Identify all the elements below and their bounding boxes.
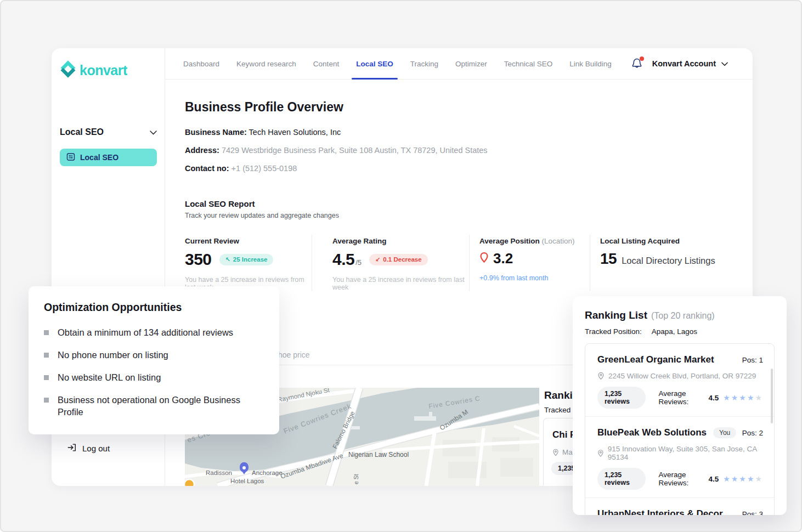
stat-average-rating: Average Rating 4.5 /5 ↙ 0.1 Decrease You… xyxy=(312,235,469,291)
optimization-item-text: No website URL on listing xyxy=(58,372,161,384)
page-title: Business Profile Overview xyxy=(185,100,343,115)
sidebar-section-local-seo[interactable]: Local SEO xyxy=(60,127,157,137)
square-bullet-icon xyxy=(44,353,49,358)
decrease-badge: ↙ 0.1 Decrease xyxy=(369,254,428,265)
stat-caption: You have a 25 increase in reviews from l… xyxy=(332,276,469,291)
account-menu[interactable]: Konvart Account xyxy=(652,59,728,68)
nav-right-cluster: Konvart Account xyxy=(631,58,753,70)
stat-label: Local Listing Acquired xyxy=(600,237,749,245)
account-label: Konvart Account xyxy=(652,59,716,68)
report-subtitle: Track your review updates and aggregate … xyxy=(185,212,339,219)
position-badge: Pos: 3 xyxy=(742,510,763,516)
tracked-position-row: Tracked Position: Apapa, Lagos xyxy=(585,327,775,336)
stat-label: Current Review xyxy=(185,237,312,245)
notifications-button[interactable] xyxy=(631,58,643,70)
stat-current-review: Current Review 350 ↖ 25 Increase You hav… xyxy=(185,235,312,291)
business-name: GreenLeaf Organic Market xyxy=(597,354,714,365)
star-rating: ★★★★★ xyxy=(723,393,763,402)
business-name-label: Business Name: xyxy=(185,128,247,137)
star-icon: ★ xyxy=(739,474,747,483)
ranking-title-suffix: (Top 20 ranking) xyxy=(651,311,715,321)
optimization-item-text: Business not operational on Google Busin… xyxy=(58,394,263,418)
map-pin-icon xyxy=(597,449,604,457)
list-item: Obtain a minimum of 134 additional revie… xyxy=(44,327,263,339)
scrollbar-thumb[interactable] xyxy=(771,369,773,423)
business-address: 2245 Willow Creek Blvd, Portland, OR 972… xyxy=(608,372,756,380)
tab-dashboard[interactable]: Dashboard xyxy=(183,48,219,80)
tab-tracking[interactable]: Tracking xyxy=(410,48,438,80)
star-icon: ★ xyxy=(739,393,747,402)
star-icon: ★ xyxy=(755,393,763,402)
badge-text: 0.1 Decrease xyxy=(383,256,421,263)
map-pin-icon xyxy=(552,449,559,456)
position-badge: Pos: 2 xyxy=(742,429,763,437)
tracked-position-label: Tracked Position: xyxy=(585,327,642,336)
brand-wordmark: konvart xyxy=(80,63,127,78)
logout-button[interactable]: Log out xyxy=(67,443,110,454)
business-address: 915 Innovation Way, Suite 305, San Jose,… xyxy=(608,445,763,461)
address-value: 7429 Westbridge Business Park, Suite 108… xyxy=(222,146,488,155)
optimization-item-text: No phone number on listing xyxy=(58,349,168,361)
page-background: konvart Local SEO Lo xyxy=(0,0,802,532)
arrow-up-left-icon: ↖ xyxy=(225,256,230,263)
optimization-title: Optimization Opportunities xyxy=(44,301,263,314)
optimization-list: Obtain a minimum of 134 additional revie… xyxy=(44,327,263,418)
ranking-item-2[interactable]: BluePeak Web Solutions You Pos: 2 915 In… xyxy=(585,416,774,497)
you-badge: You xyxy=(713,427,736,438)
sidebar-item-label: Local SEO xyxy=(80,153,118,162)
tab-keyword-research[interactable]: Keyword research xyxy=(236,48,296,80)
stat-value: 4.5 xyxy=(332,250,354,269)
business-name-value: Tech Haven Solutions, Inc xyxy=(249,128,341,137)
keyword-text-fragment: hoe price xyxy=(278,350,310,359)
sidebar-item-local-seo[interactable]: Local SEO xyxy=(60,149,157,166)
map-label-hotel-lagos: Hotel Lagos xyxy=(230,478,264,484)
stat-value-suffix: /5 xyxy=(355,258,362,267)
tab-content[interactable]: Content xyxy=(313,48,339,80)
badge-text: 25 Increase xyxy=(233,256,268,263)
optimization-item-text: Obtain a minimum of 134 additional revie… xyxy=(58,327,233,339)
increase-badge: ↖ 25 Increase xyxy=(219,254,274,265)
map-label-radisson: Radisson xyxy=(206,469,232,476)
ranking-list-card: Ranking List (Top 20 ranking) Tracked Po… xyxy=(573,296,787,515)
stat-label: Average Position (Location) xyxy=(479,237,590,245)
reviews-count-pill: 1,235 reviews xyxy=(597,468,646,490)
star-icon: ★ xyxy=(747,393,755,402)
tab-local-seo[interactable]: Local SEO xyxy=(356,48,393,80)
tab-optimizer[interactable]: Optimizer xyxy=(455,48,487,80)
average-reviews-label: Average Reviews: xyxy=(659,389,704,406)
star-icon: ★ xyxy=(723,474,731,483)
nav-tabs: Dashboard Keyword research Content Local… xyxy=(183,48,612,80)
logout-label: Log out xyxy=(82,444,110,453)
list-item: Business not operational on Google Busin… xyxy=(44,394,263,418)
ranking-item-1[interactable]: GreenLeaf Organic Market Pos: 1 2245 Wil… xyxy=(585,344,774,416)
stats-row: Current Review 350 ↖ 25 Increase You hav… xyxy=(185,235,749,291)
contact-line: Contact no: +1 (512) 555-0198 xyxy=(185,164,297,173)
ranking-item-3[interactable]: UrbanNest Interiors & Decor Pos: 3 1411 … xyxy=(585,497,774,515)
stat-label-suffix: (Location) xyxy=(542,237,575,245)
tab-technical-seo[interactable]: Technical SEO xyxy=(504,48,553,80)
position-badge: Pos: 1 xyxy=(742,356,763,364)
star-icon: ★ xyxy=(747,474,755,483)
konvart-logo-icon xyxy=(59,60,77,80)
tab-link-building[interactable]: Link Building xyxy=(569,48,612,80)
map-label-law-school: Nigerian Law School xyxy=(348,451,409,459)
stat-local-listing: Local Listing Acquired 15 Local Director… xyxy=(590,235,749,291)
star-icon: ★ xyxy=(731,474,739,483)
list-item: No website URL on listing xyxy=(44,372,263,384)
average-reviews-value: 4.5 xyxy=(708,394,719,402)
sliders-icon xyxy=(66,152,75,163)
brand-logo[interactable]: konvart xyxy=(59,60,127,80)
contact-value: +1 (512) 555-0198 xyxy=(231,164,297,173)
sidebar-section-label: Local SEO xyxy=(60,127,104,137)
business-name-line: Business Name: Tech Haven Solutions, Inc xyxy=(185,128,341,137)
address-label: Address: xyxy=(185,146,219,155)
map-label-street-vertical: e St xyxy=(353,474,359,484)
map-pin-icon xyxy=(597,372,605,380)
stat-value-suffix: Local Directory Listings xyxy=(622,256,715,266)
tracked-position-value: Apapa, Lagos xyxy=(652,327,697,336)
map-marker-yellow-dot[interactable] xyxy=(185,479,194,486)
background-item-address: Mar xyxy=(552,448,575,456)
arrow-down-left-icon: ↙ xyxy=(375,256,380,263)
notification-dot xyxy=(640,56,644,61)
address-line: Address: 7429 Westbridge Business Park, … xyxy=(185,146,488,155)
